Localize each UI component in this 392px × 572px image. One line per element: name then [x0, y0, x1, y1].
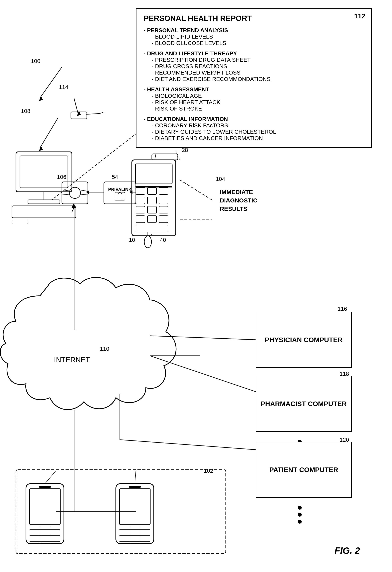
svg-rect-37 — [159, 197, 168, 204]
svg-rect-84 — [120, 489, 150, 525]
subitem-blood-lipid: - BLOOD LIPID LEVELS — [144, 33, 364, 40]
ref-104: 104 — [216, 176, 225, 182]
svg-rect-14 — [71, 112, 87, 119]
section-health: - HEALTH ASSESSMENT — [144, 86, 364, 93]
svg-rect-36 — [147, 197, 157, 204]
subitem-prescription: - PRESCRIPTION DRUG DATA SHEET — [144, 57, 364, 63]
svg-line-16 — [100, 112, 104, 113]
section-drug: - DRUG AND LIFESTYLE THREAPY — [144, 50, 364, 57]
svg-line-82 — [45, 471, 56, 484]
svg-marker-21 — [86, 191, 89, 194]
ref-108: 108 — [21, 108, 30, 114]
svg-point-94 — [298, 520, 302, 524]
svg-rect-39 — [147, 206, 157, 213]
health-report-box: 112 PERSONAL HEALTH REPORT - PERSONAL TR… — [136, 8, 372, 148]
report-title: PERSONAL HEALTH REPORT — [144, 14, 364, 23]
svg-point-92 — [298, 506, 302, 510]
section-education: - EDUCATIONAL INFORMATION — [144, 116, 364, 122]
pharmacist-computer-box: PHARMACIST COMPUTER — [256, 376, 352, 432]
svg-line-24 — [62, 190, 69, 191]
subitem-dietary: - DIETARY GUIDES TO LOWER CHOLESTEROL — [144, 129, 364, 135]
immediate-diagnostic-label: IMMEDIATEDIAGNOSTICRESULTS — [220, 188, 257, 213]
subitem-weight-loss: - RECOMMENDED WEIGHT LOSS — [144, 70, 364, 76]
svg-line-28 — [72, 206, 75, 212]
physician-computer-box: PHYSICIAN COMPUTER — [256, 312, 352, 368]
patient-computer-box: PATIENT COMPUTER — [256, 442, 352, 498]
svg-line-26 — [80, 190, 88, 191]
svg-rect-45 — [136, 225, 168, 232]
fig-label: FIG. 2 — [334, 545, 360, 556]
svg-marker-29 — [72, 204, 76, 208]
svg-rect-13 — [12, 220, 28, 224]
ref-54: 54 — [112, 174, 118, 180]
svg-marker-5 — [39, 146, 43, 151]
report-number: 112 — [354, 12, 365, 20]
ref-40: 40 — [160, 237, 166, 243]
svg-rect-12 — [12, 206, 76, 218]
svg-line-50 — [176, 151, 178, 157]
svg-marker-7 — [77, 111, 81, 116]
svg-rect-9 — [20, 156, 68, 188]
report-content: - PERSONAL TREND ANALYSIS - BLOOD LIPID … — [144, 27, 364, 142]
svg-line-27 — [80, 194, 88, 195]
section-trend: - PERSONAL TREND ANALYSIS — [144, 27, 364, 33]
subitem-blood-glucose: - BLOOD GLUCOSE LEVELS — [144, 40, 364, 46]
svg-line-1 — [52, 162, 100, 200]
svg-rect-81 — [39, 486, 51, 488]
svg-marker-47 — [129, 191, 132, 194]
subitem-drug-cross: - DRUG CROSS REACTIONS — [144, 63, 364, 70]
svg-line-6 — [74, 98, 78, 113]
svg-rect-48 — [152, 154, 178, 160]
ref-100: 100 — [31, 58, 40, 64]
ref-106: 106 — [57, 174, 66, 180]
subitem-diabetes: - DIABETIES AND CANCER INFORMATION — [144, 135, 364, 142]
svg-rect-69 — [16, 470, 226, 554]
svg-rect-17 — [104, 182, 136, 204]
svg-rect-83 — [116, 484, 154, 544]
svg-line-25 — [62, 194, 69, 195]
patient-computer-label: PATIENT COMPUTER — [269, 465, 338, 474]
svg-rect-43 — [159, 216, 168, 223]
svg-line-54 — [148, 234, 154, 236]
svg-line-51 — [179, 157, 180, 160]
svg-line-55 — [180, 180, 212, 200]
svg-text:PRIVALINK: PRIVALINK — [108, 187, 132, 192]
ref-110: 110 — [100, 346, 109, 352]
svg-point-23 — [69, 187, 80, 198]
svg-line-2 — [40, 67, 62, 98]
svg-line-60 — [150, 356, 256, 392]
svg-rect-30 — [132, 160, 176, 236]
internet-label: INTERNET — [54, 356, 90, 364]
svg-marker-3 — [39, 96, 43, 101]
svg-rect-22 — [62, 182, 88, 204]
ref-118: 118 — [340, 371, 349, 377]
svg-line-49 — [155, 154, 156, 160]
ref-28: 28 — [182, 147, 188, 153]
subitem-diet: - DIET AND EXERCISE RECOMMONDATIONS — [144, 76, 364, 82]
svg-line-62 — [120, 440, 256, 450]
svg-rect-35 — [136, 197, 145, 204]
svg-rect-38 — [136, 206, 145, 213]
svg-rect-41 — [136, 216, 145, 223]
svg-line-4 — [40, 118, 58, 148]
pharmacist-computer-label: PHARMACIST COMPUTER — [261, 399, 347, 408]
svg-rect-11 — [28, 200, 60, 204]
svg-rect-42 — [147, 216, 157, 223]
svg-line-91 — [135, 471, 136, 484]
svg-point-52 — [144, 236, 151, 248]
svg-rect-40 — [159, 206, 168, 213]
svg-line-15 — [86, 113, 100, 114]
svg-rect-75 — [30, 489, 60, 525]
svg-point-93 — [298, 513, 302, 517]
svg-rect-31 — [135, 164, 172, 184]
subitem-stroke: - RISK OF STROKE — [144, 106, 364, 112]
subitem-heart-attack: - RISK OF HEART ATTACK — [144, 99, 364, 106]
ref-114: 114 — [59, 84, 68, 90]
ref-116: 116 — [338, 306, 347, 312]
svg-rect-19 — [115, 192, 125, 200]
svg-rect-90 — [129, 486, 141, 488]
subitem-bio-age: - BIOLOGICAL AGE — [144, 93, 364, 99]
ref-10: 10 — [129, 237, 135, 243]
svg-rect-34 — [159, 188, 168, 194]
subitem-coronary: - CORONARY RiSK FAcTORS — [144, 122, 364, 129]
